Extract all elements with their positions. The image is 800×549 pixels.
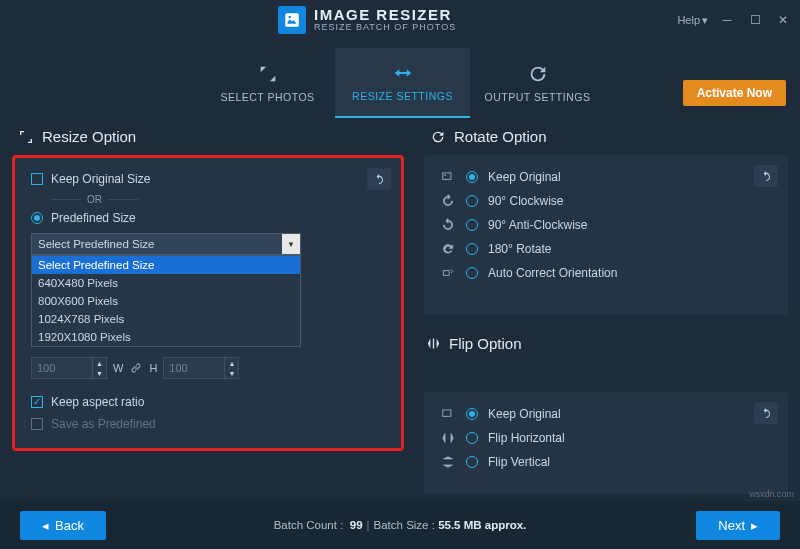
flip-keep-original-radio[interactable]: Keep Original — [440, 406, 772, 422]
radio-icon — [466, 432, 478, 444]
rotate-cw-icon — [440, 193, 456, 209]
flip-horizontal-radio[interactable]: Flip Horizontal — [440, 430, 772, 446]
svg-rect-0 — [285, 13, 299, 27]
dropdown-option[interactable]: 1024X768 Pixels — [32, 310, 300, 328]
flip-vertical-icon — [440, 454, 456, 470]
resize-icon — [392, 62, 414, 84]
keep-aspect-ratio-checkbox[interactable]: Keep aspect ratio — [31, 395, 385, 409]
tab-output-settings[interactable]: OUTPUT SETTINGS — [470, 48, 605, 118]
flip-option-title: Flip Option — [449, 335, 522, 352]
rotate-180-radio[interactable]: 180° Rotate — [440, 241, 772, 257]
rotate-keep-original-radio[interactable]: Keep Original — [440, 169, 772, 185]
rotate-90cw-radio[interactable]: 90° Clockwise — [440, 193, 772, 209]
help-menu[interactable]: Help▾ — [677, 14, 708, 27]
tab-select-photos[interactable]: SELECT PHOTOS — [200, 48, 335, 118]
refresh-icon — [527, 63, 549, 85]
reset-resize-button[interactable] — [367, 168, 391, 190]
width-input[interactable]: ▲▼ — [31, 357, 107, 379]
tab-resize-settings[interactable]: RESIZE SETTINGS — [335, 48, 470, 118]
spin-up[interactable]: ▲ — [92, 358, 106, 368]
flip-horizontal-icon — [440, 430, 456, 446]
radio-icon — [466, 243, 478, 255]
reset-flip-button[interactable] — [754, 402, 778, 424]
rotate-auto-radio[interactable]: Auto Correct Orientation — [440, 265, 772, 281]
rotate-180-icon — [440, 241, 456, 257]
height-label: H — [149, 362, 157, 374]
resize-option-title: Resize Option — [42, 128, 136, 145]
flip-panel: Keep Original Flip Horizontal Flip Verti… — [424, 392, 788, 494]
maximize-button[interactable]: ☐ — [746, 11, 764, 29]
save-as-predefined-checkbox[interactable]: Save as Predefined — [31, 417, 385, 431]
expand-icon — [18, 129, 34, 145]
expand-arrows-icon — [257, 63, 279, 85]
rotate-icon — [430, 129, 446, 145]
dropdown-option[interactable]: 640X480 Pixels — [32, 274, 300, 292]
flip-icon — [426, 336, 441, 351]
arrow-left-icon: ◂ — [42, 518, 49, 533]
checkbox-icon — [31, 396, 43, 408]
dropdown-option[interactable]: 800X600 Pixels — [32, 292, 300, 310]
dropdown-option[interactable]: Select Predefined Size — [32, 256, 300, 274]
spin-down[interactable]: ▼ — [224, 368, 238, 378]
close-button[interactable]: ✕ — [774, 11, 792, 29]
radio-icon — [31, 212, 43, 224]
rotate-90acw-radio[interactable]: 90° Anti-Clockwise — [440, 217, 772, 233]
radio-icon — [466, 195, 478, 207]
predefined-size-radio[interactable]: Predefined Size — [31, 211, 385, 225]
back-button[interactable]: ◂Back — [20, 511, 106, 540]
svg-point-1 — [289, 16, 291, 18]
image-icon — [440, 169, 456, 185]
flip-vertical-radio[interactable]: Flip Vertical — [440, 454, 772, 470]
keep-original-size-checkbox[interactable]: Keep Original Size — [31, 172, 385, 186]
radio-icon — [466, 171, 478, 183]
app-title: IMAGE RESIZER — [314, 7, 456, 24]
width-label: W — [113, 362, 123, 374]
rotate-option-title: Rotate Option — [454, 128, 547, 145]
image-icon — [440, 406, 456, 422]
chevron-down-icon: ▾ — [702, 14, 708, 27]
undo-icon — [760, 170, 772, 182]
link-icon — [129, 361, 143, 375]
or-label: OR — [87, 194, 102, 205]
dropdown-option[interactable]: 1920X1080 Pixels — [32, 328, 300, 346]
radio-icon — [466, 267, 478, 279]
svg-rect-5 — [443, 410, 451, 416]
auto-orient-icon — [440, 265, 456, 281]
batch-status: Batch Count : 99|Batch Size : 55.5 MB ap… — [274, 519, 527, 531]
undo-icon — [373, 173, 385, 185]
radio-icon — [466, 408, 478, 420]
spin-down[interactable]: ▼ — [92, 368, 106, 378]
rotate-acw-icon — [440, 217, 456, 233]
undo-icon — [760, 407, 772, 419]
height-input[interactable]: ▲▼ — [163, 357, 239, 379]
predefined-size-input[interactable] — [32, 238, 282, 250]
spin-up[interactable]: ▲ — [224, 358, 238, 368]
rotate-panel: Keep Original 90° Clockwise 90° Anti-Clo… — [424, 155, 788, 315]
app-subtitle: RESIZE BATCH OF PHOTOS — [314, 23, 456, 33]
svg-rect-4 — [443, 271, 449, 276]
predefined-size-select[interactable]: ▼ — [31, 233, 301, 255]
radio-icon — [466, 456, 478, 468]
predefined-size-dropdown: Select Predefined Size 640X480 Pixels 80… — [31, 255, 301, 347]
radio-icon — [466, 219, 478, 231]
activate-now-button[interactable]: Activate Now — [683, 80, 786, 106]
next-button[interactable]: Next▸ — [696, 511, 780, 540]
svg-rect-2 — [443, 173, 451, 179]
watermark: wsxdn.com — [749, 489, 794, 499]
minimize-button[interactable]: ─ — [718, 11, 736, 29]
resize-panel: Keep Original Size OR Predefined Size ▼ … — [12, 155, 404, 451]
svg-point-3 — [445, 175, 446, 176]
checkbox-icon — [31, 418, 43, 430]
app-logo — [278, 6, 306, 34]
dropdown-arrow-icon[interactable]: ▼ — [282, 234, 300, 254]
arrow-right-icon: ▸ — [751, 518, 758, 533]
reset-rotate-button[interactable] — [754, 165, 778, 187]
checkbox-icon — [31, 173, 43, 185]
